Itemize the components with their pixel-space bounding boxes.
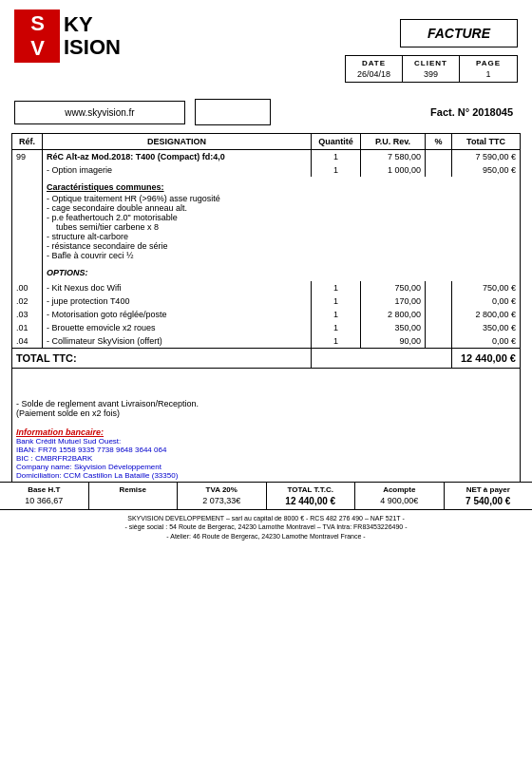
payment-note: - Solde de reglement avant Livraison/Rec… bbox=[16, 399, 516, 418]
row2-desig: - Option imagerie bbox=[43, 163, 312, 177]
char-item-6: - résistance secondaire de série bbox=[47, 241, 516, 251]
base-ht-label: Base H.T bbox=[2, 485, 86, 494]
options-header-label: OPTIONS: bbox=[47, 268, 516, 277]
spacer-row bbox=[12, 369, 521, 397]
invoice-table-wrapper: Réf. DESIGNATION Quantité P.U. Rev. % To… bbox=[0, 133, 532, 482]
opt1-qty: 1 bbox=[312, 281, 361, 294]
opt3-ttl: 2 800,00 € bbox=[452, 308, 521, 321]
total-ttc-cell: TOTAL T.T.C. 12 440,00 € bbox=[267, 483, 356, 509]
total-ttc-footer-label: TOTAL T.T.C. bbox=[269, 485, 353, 494]
logo-line2: ISION bbox=[64, 36, 121, 59]
table-row: 99 RéC Alt-az Mod.2018: T400 (Compact) f… bbox=[12, 150, 521, 164]
opt1-ref: .00 bbox=[12, 281, 43, 294]
total-value: 12 440,00 € bbox=[452, 349, 521, 369]
char-item-2: - cage secondaire double anneau alt. bbox=[47, 203, 516, 213]
date-cell: DATE 26/04/18 bbox=[346, 56, 403, 82]
client-label: CLIENT bbox=[414, 59, 447, 67]
net-value: 7 540,00 € bbox=[446, 496, 531, 506]
col-header-pu: P.U. Rev. bbox=[361, 134, 426, 150]
opt1-pu: 750,00 bbox=[361, 281, 426, 294]
table-row-chars: Caractéristiques communes: - Optique tra… bbox=[12, 177, 521, 262]
opt4-ttl: 350,00 € bbox=[452, 321, 521, 334]
table-header-row: Réf. DESIGNATION Quantité P.U. Rev. % To… bbox=[12, 134, 521, 150]
row1-ttl: 7 590,00 € bbox=[452, 150, 521, 164]
acompte-value: 4 900,00€ bbox=[357, 496, 442, 505]
opt1-pct bbox=[426, 281, 452, 294]
banking-title: Information bancaire: bbox=[16, 427, 516, 437]
opt3-qty: 1 bbox=[312, 308, 361, 321]
bottom-line3: - Atelier: 46 Route de Bergerac, 24230 L… bbox=[10, 532, 522, 541]
tva-cell: TVA 20% 2 073,33€ bbox=[178, 483, 267, 509]
total-ttc-footer-value: 12 440,00 € bbox=[269, 496, 353, 506]
fact-number: Fact. N° 2018045 bbox=[430, 106, 518, 118]
invoice-table: Réf. DESIGNATION Quantité P.U. Rev. % To… bbox=[11, 133, 521, 482]
base-ht-value: 10 366,67 bbox=[2, 496, 86, 505]
opt2-ttl: 0,00 € bbox=[452, 294, 521, 308]
page-header: SV KY ISION FACTURE DATE 26/04/18 CLIENT… bbox=[0, 0, 532, 87]
tva-label: TVA 20% bbox=[180, 485, 264, 494]
url-box: www.skyvision.fr bbox=[14, 101, 185, 124]
opt5-qty: 1 bbox=[312, 334, 361, 349]
date-client-page-box: DATE 26/04/18 CLIENT 399 PAGE 1 bbox=[345, 55, 518, 83]
opt3-pu: 2 800,00 bbox=[361, 308, 426, 321]
char-item-5: - structure alt-carbore bbox=[47, 232, 516, 241]
bottom-line1: SKYVISION DEVELOPPEMENT – sarl au capita… bbox=[10, 514, 522, 523]
bottom-text: SKYVISION DEVELOPPEMENT – sarl au capita… bbox=[0, 510, 532, 543]
opt-header-desig: OPTIONS: bbox=[43, 262, 521, 281]
spacer-cell bbox=[12, 369, 521, 397]
chars-ref bbox=[12, 177, 43, 262]
opt3-pct bbox=[426, 308, 452, 321]
row2-pu: 1 000,00 bbox=[361, 163, 426, 177]
table-row: .01 - Brouette emovicle x2 roues 1 350,0… bbox=[12, 321, 521, 334]
opt-header-ref bbox=[12, 262, 43, 281]
char-item-3: - p.e feathertouch 2.0" motorisable bbox=[47, 213, 516, 222]
opt5-desig: - Collimateur SkyVision (offert) bbox=[43, 334, 312, 349]
opt5-pu: 90,00 bbox=[361, 334, 426, 349]
notes-cell: - Solde de reglement avant Livraison/Rec… bbox=[12, 397, 521, 482]
row1-ref: 99 bbox=[12, 150, 43, 164]
col-header-ref: Réf. bbox=[12, 134, 43, 150]
page-value: 1 bbox=[471, 69, 505, 79]
col-header-desig: DESIGNATION bbox=[43, 134, 312, 150]
opt4-pu: 350,00 bbox=[361, 321, 426, 334]
date-label: DATE bbox=[357, 59, 390, 67]
table-row: .04 - Collimateur SkyVision (offert) 1 9… bbox=[12, 334, 521, 349]
char-item-1: - Optique traitement HR (>96%) asse rugo… bbox=[47, 194, 516, 203]
bottom-line2: - siège social : 54 Route de Bergerac, 2… bbox=[10, 522, 522, 532]
opt5-pct bbox=[426, 334, 452, 349]
domicile: Domiciliation: CCM Castillon La Bataille… bbox=[16, 471, 516, 480]
blank-box bbox=[195, 99, 271, 125]
tva-value: 2 073,33€ bbox=[180, 496, 264, 505]
opt3-ref: .03 bbox=[12, 308, 43, 321]
opt4-pct bbox=[426, 321, 452, 334]
opt4-desig: - Brouette emovicle x2 roues bbox=[43, 321, 312, 334]
page-cell: PAGE 1 bbox=[460, 56, 517, 82]
acompte-label: Acompte bbox=[357, 485, 442, 494]
iban: IBAN: FR76 1558 9335 7738 9648 3644 064 bbox=[16, 446, 516, 454]
bank-name: Bank Crédit Mutuel Sud Ouest: bbox=[16, 437, 516, 446]
table-row: .00 - Kit Nexus doc Wifi 1 750,00 750,00… bbox=[12, 281, 521, 294]
row1-desig-text: RéC Alt-az Mod.2018: T400 (Compact) fd:4… bbox=[47, 152, 225, 161]
opt2-ref: .02 bbox=[12, 294, 43, 308]
table-row: .02 - jupe protection T400 1 170,00 0,00… bbox=[12, 294, 521, 308]
base-ht-cell: Base H.T 10 366,67 bbox=[0, 483, 89, 509]
table-row: .03 - Motorisation goto réglée/poste 1 2… bbox=[12, 308, 521, 321]
chars-desig: Caractéristiques communes: - Optique tra… bbox=[43, 177, 521, 262]
char-item-7: - Bafle à couvrir ceci ½ bbox=[47, 251, 516, 260]
logo-square: SV bbox=[14, 9, 60, 63]
opt2-desig: - jupe protection T400 bbox=[43, 294, 312, 308]
middle-section: www.skyvision.fr Fact. N° 2018045 bbox=[0, 87, 532, 133]
opt5-ttl: 0,00 € bbox=[452, 334, 521, 349]
opt4-ref: .01 bbox=[12, 321, 43, 334]
facture-label: FACTURE bbox=[400, 19, 518, 47]
opt2-qty: 1 bbox=[312, 294, 361, 308]
date-value: 26/04/18 bbox=[357, 69, 390, 79]
acompte-cell: Acompte 4 900,00€ bbox=[355, 483, 445, 509]
client-value: 399 bbox=[414, 69, 447, 79]
char-item-4: tubes semi/tier carbene x 8 bbox=[47, 222, 516, 232]
opt2-pct bbox=[426, 294, 452, 308]
remise-cell: Remise bbox=[89, 483, 179, 509]
row1-qty: 1 bbox=[312, 150, 361, 164]
row2-qty: 1 bbox=[312, 163, 361, 177]
col-header-ttl: Total TTC bbox=[452, 134, 521, 150]
